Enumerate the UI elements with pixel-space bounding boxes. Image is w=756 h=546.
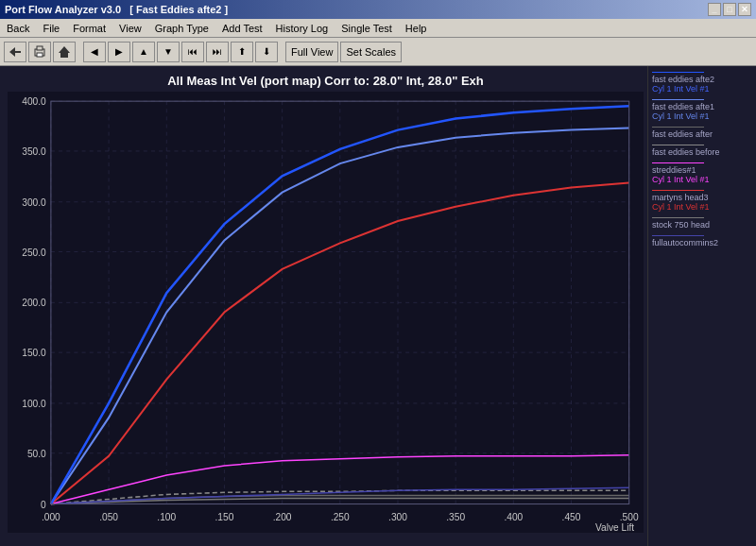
- legend-item-4: streddies#1 Cyl 1 Int Vel #1: [652, 162, 752, 184]
- menu-graph-type[interactable]: Graph Type: [152, 22, 212, 35]
- window-controls: _ □ ✕: [708, 3, 751, 16]
- tb-arrow-up[interactable]: ▲: [132, 42, 155, 62]
- legend-line-5: [652, 190, 704, 191]
- svg-rect-3: [37, 53, 43, 57]
- print-icon: [33, 45, 46, 59]
- svg-text:.450: .450: [562, 512, 581, 522]
- svg-marker-4: [59, 46, 70, 58]
- svg-text:.400: .400: [504, 512, 523, 522]
- menu-add-test[interactable]: Add Test: [219, 22, 266, 35]
- svg-text:.300: .300: [388, 512, 407, 522]
- menu-back[interactable]: Back: [4, 22, 32, 35]
- svg-text:.350: .350: [446, 512, 465, 522]
- legend-item-1: fast eddies afte1 Cyl 1 Int Vel #1: [652, 99, 752, 121]
- svg-text:.500: .500: [620, 512, 639, 522]
- legend-item-5: martyns head3 Cyl 1 Int Vel #1: [652, 190, 752, 212]
- svg-text:250.0: 250.0: [22, 247, 46, 258]
- svg-text:200.0: 200.0: [22, 298, 46, 308]
- svg-text:.050: .050: [99, 512, 118, 522]
- legend-name-2: fast eddies after: [652, 129, 752, 139]
- svg-text:50.0: 50.0: [27, 449, 46, 459]
- tb-next-right[interactable]: ⏭: [206, 42, 229, 62]
- legend-sub-4: Cyl 1 Int Vel #1: [652, 175, 752, 184]
- legend-item-7: fullautocommins2: [652, 235, 752, 247]
- legend-line-3: [652, 145, 704, 145]
- back-icon: [9, 46, 22, 58]
- legend-item-2: fast eddies after: [652, 127, 752, 139]
- chart-title: All Meas Int Vel (port map) Corr to: 28.…: [8, 74, 644, 88]
- svg-text:.250: .250: [331, 512, 350, 522]
- legend-item-6: stock 750 head: [652, 217, 752, 230]
- svg-text:.150: .150: [215, 512, 234, 522]
- tb-up-big[interactable]: ⬆: [231, 42, 253, 62]
- svg-text:.200: .200: [273, 512, 292, 522]
- svg-text:0: 0: [41, 500, 46, 510]
- tb-print-btn[interactable]: [28, 42, 51, 62]
- menu-history-log[interactable]: History Log: [273, 22, 332, 35]
- legend-sub-1: Cyl 1 Int Vel #1: [652, 111, 752, 121]
- svg-text:350.0: 350.0: [22, 146, 46, 157]
- legend-name-7: fullautocommins2: [652, 238, 752, 247]
- chart-container: All Meas Int Vel (port map) Corr to: 28.…: [0, 66, 647, 546]
- menu-view[interactable]: View: [116, 22, 145, 35]
- legend-name-5: martyns head3: [652, 193, 752, 202]
- legend-line-7: [652, 235, 704, 236]
- menu-bar: Back File Format View Graph Type Add Tes…: [0, 19, 756, 38]
- menu-help[interactable]: Help: [403, 22, 430, 35]
- legend-name-0: fast eddies afte2: [652, 75, 752, 84]
- svg-rect-2: [37, 46, 43, 50]
- tb-arrow-right[interactable]: ▶: [108, 42, 130, 62]
- toolbar: ◀ ▶ ▲ ▼ ⏮ ⏭ ⬆ ⬇ Full View Set Scales: [0, 38, 756, 66]
- legend-line-6: [652, 217, 704, 218]
- menu-single-test[interactable]: Single Test: [338, 22, 395, 35]
- svg-text:.000: .000: [42, 512, 60, 522]
- legend-line-1: [652, 99, 704, 100]
- home-icon: [58, 45, 71, 59]
- full-view-button[interactable]: Full View: [285, 42, 338, 62]
- svg-text:Valve Lift: Valve Lift: [595, 522, 634, 533]
- legend-item-0: fast eddies afte2 Cyl 1 Int Vel #1: [652, 72, 752, 94]
- legend-panel: fast eddies afte2 Cyl 1 Int Vel #1 fast …: [647, 66, 756, 546]
- legend-name-3: fast eddies before: [652, 147, 752, 157]
- tb-arrow-down[interactable]: ▼: [157, 42, 180, 62]
- minimize-button[interactable]: _: [708, 3, 721, 16]
- main-chart-svg: 400.0 350.0 300.0 250.0 200.0 150.0 100.…: [8, 92, 644, 533]
- tb-down-big[interactable]: ⬇: [255, 42, 278, 62]
- maximize-button[interactable]: □: [723, 3, 736, 16]
- legend-name-4: streddies#1: [652, 165, 752, 175]
- svg-text:300.0: 300.0: [22, 197, 46, 208]
- legend-name-1: fast eddies afte1: [652, 102, 752, 111]
- close-button[interactable]: ✕: [738, 3, 751, 16]
- svg-marker-0: [9, 47, 21, 57]
- chart-area: 400.0 350.0 300.0 250.0 200.0 150.0 100.…: [8, 92, 644, 533]
- tb-arrow-left[interactable]: ◀: [83, 42, 106, 62]
- legend-sub-5: Cyl 1 Int Vel #1: [652, 202, 752, 212]
- svg-text:.100: .100: [157, 512, 176, 522]
- legend-line-4: [652, 162, 704, 163]
- window-title: Port Flow Analyzer v3.0 [ Fast Eddies af…: [5, 4, 228, 15]
- legend-item-3: fast eddies before: [652, 145, 752, 157]
- legend-sub-0: Cyl 1 Int Vel #1: [652, 84, 752, 94]
- svg-text:400.0: 400.0: [22, 96, 46, 107]
- tb-prev-left[interactable]: ⏮: [181, 42, 204, 62]
- title-bar: Port Flow Analyzer v3.0 [ Fast Eddies af…: [0, 0, 756, 19]
- tb-back-btn[interactable]: [4, 42, 26, 62]
- legend-line-2: [652, 127, 704, 128]
- legend-line-0: [652, 72, 704, 73]
- set-scales-button[interactable]: Set Scales: [340, 42, 402, 62]
- tb-home-btn[interactable]: [53, 42, 76, 62]
- menu-file[interactable]: File: [40, 22, 62, 35]
- legend-name-6: stock 750 head: [652, 220, 752, 230]
- menu-format[interactable]: Format: [70, 22, 109, 35]
- main-area: All Meas Int Vel (port map) Corr to: 28.…: [0, 66, 756, 546]
- svg-text:150.0: 150.0: [22, 348, 46, 358]
- svg-text:100.0: 100.0: [22, 399, 46, 409]
